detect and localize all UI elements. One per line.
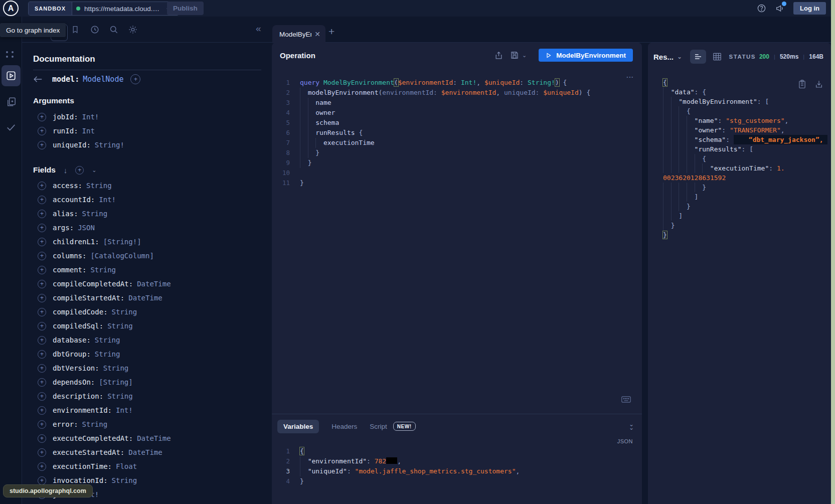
field-row[interactable]: compiledCode:String xyxy=(33,305,272,319)
add-to-query-icon[interactable] xyxy=(38,322,46,330)
add-to-query-icon[interactable] xyxy=(38,336,46,345)
endpoint-url[interactable]: https://metadata.cloud.get xyxy=(84,5,162,13)
field-row[interactable]: executeStartedAt:DateTime xyxy=(33,445,272,459)
field-name[interactable]: runId: xyxy=(53,127,78,135)
field-type[interactable]: [String!] xyxy=(103,238,141,246)
field-name[interactable]: compileStartedAt: xyxy=(53,294,124,302)
add-to-query-icon[interactable] xyxy=(38,448,46,457)
add-to-query-icon[interactable] xyxy=(38,378,46,387)
field-row[interactable]: access:String xyxy=(33,179,272,193)
add-to-query-icon[interactable] xyxy=(38,392,46,401)
add-to-query-icon[interactable] xyxy=(38,196,46,204)
table-view-toggle[interactable] xyxy=(713,53,722,61)
add-to-query-icon[interactable] xyxy=(38,476,46,485)
field-name[interactable]: args: xyxy=(53,224,74,232)
field-type[interactable]: [CatalogColumn] xyxy=(90,252,153,260)
add-to-query-icon[interactable] xyxy=(38,434,46,443)
sidebar-item-explorer[interactable] xyxy=(2,65,21,86)
field-name[interactable]: compiledSql: xyxy=(53,322,103,330)
add-to-query-icon[interactable] xyxy=(38,210,46,218)
field-row[interactable]: compiledSql:String xyxy=(33,319,272,333)
field-type[interactable]: DateTime xyxy=(128,448,162,456)
field-type[interactable]: String xyxy=(86,182,112,190)
field-type[interactable]: DateTime xyxy=(137,280,171,288)
field-name[interactable]: dbtGroup: xyxy=(53,350,91,358)
field-row[interactable]: dbtVersion:String xyxy=(33,361,272,375)
field-type[interactable]: DateTime xyxy=(137,434,171,442)
argument-row[interactable]: runId:Int xyxy=(33,124,272,138)
add-to-query-icon[interactable] xyxy=(38,141,46,149)
field-name[interactable]: executeCompletedAt: xyxy=(53,434,133,442)
field-name[interactable]: dbtVersion: xyxy=(53,364,99,372)
argument-row[interactable]: uniqueId:String! xyxy=(33,138,272,152)
bookmark-icon[interactable] xyxy=(71,25,81,35)
publish-button[interactable]: Publish xyxy=(167,2,204,15)
field-row[interactable]: dependsOn:[String] xyxy=(33,375,272,389)
add-to-query-icon[interactable] xyxy=(38,238,46,246)
field-name[interactable]: childrenL1: xyxy=(53,238,99,246)
add-to-query-icon[interactable] xyxy=(38,420,46,429)
field-type[interactable]: Int xyxy=(82,127,95,135)
field-type[interactable]: String! xyxy=(95,141,124,149)
breadcrumb-field-type[interactable]: ModelNode xyxy=(83,75,123,84)
sidebar-item-checklist[interactable] xyxy=(0,122,22,133)
field-type[interactable]: Int! xyxy=(116,406,133,414)
share-operation-icon[interactable] xyxy=(494,51,503,60)
field-name[interactable]: comment: xyxy=(53,266,86,274)
login-button[interactable]: Log in xyxy=(793,2,826,15)
add-to-query-icon[interactable] xyxy=(38,364,46,373)
field-name[interactable]: error: xyxy=(53,420,78,428)
sidebar-item-collections[interactable] xyxy=(0,96,22,108)
add-to-query-icon[interactable] xyxy=(38,280,46,288)
argument-row[interactable]: jobId:Int! xyxy=(33,110,272,124)
add-to-query-icon[interactable] xyxy=(38,462,46,471)
field-name[interactable]: executeStartedAt: xyxy=(53,448,124,456)
field-type[interactable]: [String] xyxy=(99,378,132,386)
tab-close-icon[interactable] xyxy=(311,31,320,38)
field-type[interactable]: String xyxy=(95,336,120,344)
field-name[interactable]: environmentId: xyxy=(53,406,112,414)
back-arrow-icon[interactable] xyxy=(33,76,42,83)
field-type[interactable]: String xyxy=(107,392,133,400)
field-row[interactable]: alias:String xyxy=(33,207,272,221)
field-name[interactable]: columns: xyxy=(53,252,86,260)
field-type[interactable]: String xyxy=(112,308,137,316)
field-row[interactable]: dbtGroup:String xyxy=(33,347,272,361)
add-to-query-icon[interactable] xyxy=(38,127,46,135)
help-icon[interactable] xyxy=(757,4,766,13)
history-icon[interactable] xyxy=(90,25,100,35)
collapse-variables-icon[interactable] xyxy=(629,423,634,429)
keyboard-shortcuts-icon[interactable] xyxy=(621,396,631,403)
add-to-query-icon[interactable] xyxy=(38,252,46,260)
response-body[interactable]: {"data": {"modelByEnvironment": [{"name"… xyxy=(648,71,831,240)
field-type[interactable]: Int! xyxy=(99,196,116,204)
raw-view-toggle[interactable] xyxy=(690,50,706,64)
field-type[interactable]: String xyxy=(95,350,120,358)
field-row[interactable]: materializedType:String xyxy=(33,501,272,504)
search-icon[interactable] xyxy=(109,25,119,35)
field-name[interactable]: invocationId: xyxy=(53,476,108,484)
field-name[interactable]: executionTime: xyxy=(53,462,112,470)
field-name[interactable]: accountId: xyxy=(53,196,95,204)
field-row[interactable]: environmentId:Int! xyxy=(33,403,272,417)
field-type[interactable]: String xyxy=(90,266,116,274)
field-row[interactable]: args:JSON xyxy=(33,221,272,235)
field-type[interactable]: String xyxy=(112,476,137,484)
field-row[interactable]: executeCompletedAt:DateTime xyxy=(33,431,272,445)
field-row[interactable]: compileCompletedAt:DateTime xyxy=(33,277,272,291)
field-row[interactable]: comment:String xyxy=(33,263,272,277)
field-name[interactable]: dependsOn: xyxy=(53,378,95,386)
graph-index-icon[interactable] xyxy=(6,51,15,58)
add-to-query-icon[interactable] xyxy=(38,308,46,316)
field-name[interactable]: description: xyxy=(53,392,103,400)
field-row[interactable]: accountId:Int! xyxy=(33,193,272,207)
field-type[interactable]: Float xyxy=(116,462,137,470)
tab-script[interactable]: Script xyxy=(370,423,387,430)
add-to-query-icon[interactable] xyxy=(38,350,46,359)
announcements-icon[interactable] xyxy=(775,4,785,13)
field-name[interactable]: uniqueId: xyxy=(53,141,91,149)
add-all-fields-icon[interactable] xyxy=(75,166,84,175)
add-to-query-icon[interactable] xyxy=(38,406,46,415)
field-row[interactable]: description:String xyxy=(33,389,272,403)
field-name[interactable]: jobId: xyxy=(53,113,78,121)
